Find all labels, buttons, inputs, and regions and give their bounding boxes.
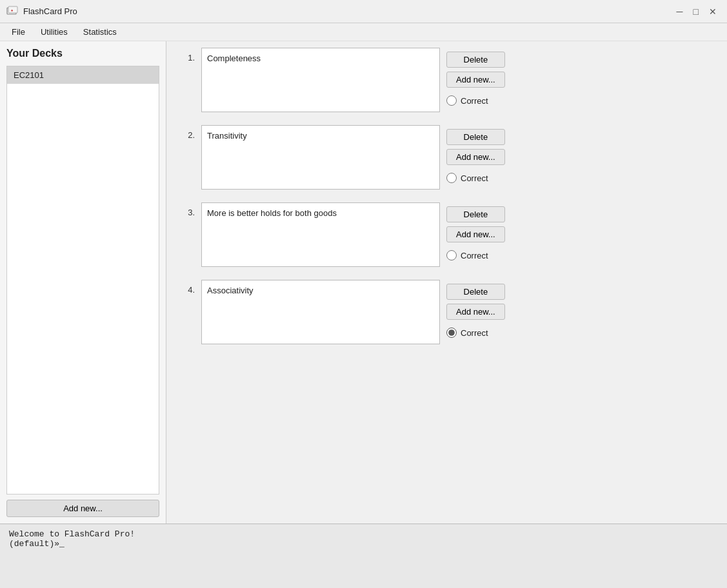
card-actions-4: DeleteAdd new...Correct [446, 280, 505, 338]
sidebar-add-button[interactable]: Add new... [6, 500, 159, 517]
title-bar-left: ♠ FlashCard Pro [6, 6, 77, 17]
sidebar-title: Your Decks [6, 48, 159, 59]
sidebar-empty-row [7, 187, 159, 208]
card-correct-label-2: Correct [461, 173, 488, 183]
card-textarea-4[interactable] [201, 280, 440, 344]
menu-statistics[interactable]: Statistics [77, 25, 123, 39]
card-row-4: 4.DeleteAdd new...Correct [179, 280, 714, 344]
card-textarea-2[interactable] [201, 125, 440, 190]
card-number-4: 4. [179, 280, 195, 295]
card-delete-button-3[interactable]: Delete [446, 206, 505, 222]
flashcard-icon: ♠ [6, 6, 18, 17]
console-line2: (default)»_ [9, 539, 718, 549]
card-correct-row-2: Correct [446, 169, 505, 183]
sidebar-empty-row [7, 228, 159, 249]
card-delete-button-4[interactable]: Delete [446, 284, 505, 300]
card-correct-row-1: Correct [446, 92, 505, 106]
card-number-1: 1. [179, 48, 195, 63]
card-correct-radio-3[interactable] [446, 250, 457, 260]
close-button[interactable]: ✕ [705, 5, 721, 18]
card-row-3: 3.DeleteAdd new...Correct [179, 202, 714, 267]
content-area: 1.DeleteAdd new...Correct2.DeleteAdd new… [166, 41, 727, 524]
card-actions-3: DeleteAdd new...Correct [446, 202, 505, 260]
menu-file[interactable]: File [5, 25, 32, 39]
sidebar-empty-row [7, 208, 159, 228]
card-delete-button-2[interactable]: Delete [446, 129, 505, 145]
title-bar: ♠ FlashCard Pro ─ □ ✕ [0, 0, 727, 23]
minimize-button[interactable]: ─ [673, 5, 687, 18]
sidebar-list-wrapper: EC2101 [6, 66, 159, 495]
menu-bar: File Utilities Statistics [0, 23, 727, 41]
sidebar-empty-row [7, 270, 159, 290]
card-number-2: 2. [179, 125, 195, 140]
sidebar-empty-row [7, 311, 159, 331]
sidebar-empty-row [7, 84, 159, 104]
card-number-3: 3. [179, 202, 195, 217]
card-row-2: 2.DeleteAdd new...Correct [179, 125, 714, 190]
console-area: Welcome to FlashCard Pro! (default)»_ [0, 524, 727, 588]
card-actions-1: DeleteAdd new...Correct [446, 48, 505, 106]
card-actions-2: DeleteAdd new...Correct [446, 125, 505, 183]
card-textarea-3[interactable] [201, 202, 440, 267]
card-textarea-1[interactable] [201, 48, 440, 112]
card-correct-label-1: Correct [461, 96, 488, 106]
card-correct-label-4: Correct [461, 328, 488, 338]
sidebar-empty-row [7, 146, 159, 166]
card-correct-row-3: Correct [446, 246, 505, 260]
sidebar-empty-row [7, 125, 159, 146]
sidebar-list[interactable]: EC2101 [6, 66, 159, 495]
app-title: FlashCard Pro [23, 6, 77, 16]
menu-utilities[interactable]: Utilities [34, 25, 74, 39]
card-add-button-4[interactable]: Add new... [446, 304, 505, 320]
sidebar-empty-row [7, 290, 159, 311]
title-bar-controls: ─ □ ✕ [673, 5, 721, 18]
card-correct-label-3: Correct [461, 251, 488, 260]
card-correct-radio-4[interactable] [446, 328, 457, 338]
sidebar-empty-row [7, 166, 159, 187]
sidebar-empty-row [7, 104, 159, 125]
card-add-button-3[interactable]: Add new... [446, 226, 505, 242]
card-add-button-2[interactable]: Add new... [446, 149, 505, 165]
card-add-button-1[interactable]: Add new... [446, 72, 505, 88]
maximize-button[interactable]: □ [690, 5, 702, 18]
sidebar-item-ec2101[interactable]: EC2101 [7, 66, 159, 84]
card-row-1: 1.DeleteAdd new...Correct [179, 48, 714, 112]
card-correct-row-4: Correct [446, 324, 505, 338]
main-area: Your Decks EC2101 Add new... 1.DeleteAdd… [0, 41, 727, 524]
card-delete-button-1[interactable]: Delete [446, 52, 505, 68]
console-line1: Welcome to FlashCard Pro! [9, 529, 718, 539]
sidebar: Your Decks EC2101 Add new... [0, 41, 166, 524]
card-correct-radio-1[interactable] [446, 95, 457, 106]
card-correct-radio-2[interactable] [446, 173, 457, 183]
sidebar-empty-row [7, 249, 159, 270]
